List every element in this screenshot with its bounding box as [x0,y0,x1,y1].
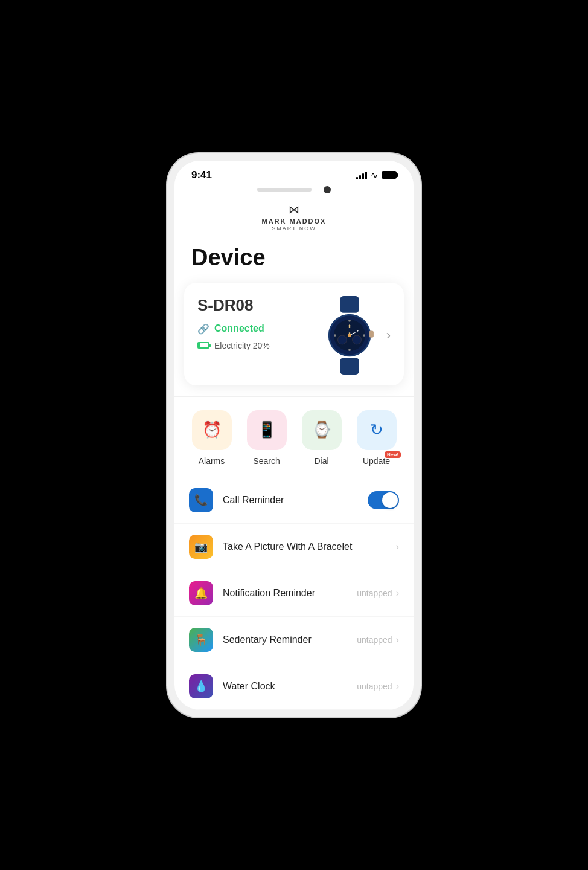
take-picture-arrow: › [396,541,399,552]
phone-frame: 9:41 ∿ ⋈ MARK MADDOX SMART NOW Device [167,153,421,717]
update-icon-box: ↻ [357,410,397,450]
svg-point-8 [334,334,336,337]
device-image-area[interactable]: › [316,296,391,375]
call-reminder-icon: 📞 [194,494,208,507]
dial-icon: ⌚ [312,420,331,439]
status-bar: 9:41 ∿ [174,161,414,185]
svg-point-9 [363,334,365,337]
menu-item-take-picture[interactable]: 📷 Take A Picture With A Bracelet › [174,524,414,570]
water-clock-icon: 💧 [194,680,208,693]
sedentary-label: Sedentary Reminder [223,634,357,645]
svg-point-6 [348,320,351,322]
watch-image [316,296,383,375]
notch [174,185,414,196]
notification-icon: 🔔 [194,587,208,600]
water-clock-icon-box: 💧 [189,674,213,698]
action-dial[interactable]: ⌚ Dial [302,410,342,466]
electricity-text: Electricity 20% [214,341,270,350]
quick-actions: ⏰ Alarms 📱 Search ⌚ Dial ↻ [174,396,414,477]
alarms-icon-box: ⏰ [192,410,232,450]
connection-status: Connected [214,323,264,334]
action-update[interactable]: ↻ UpdateNew! [357,410,397,466]
svg-rect-15 [342,327,357,332]
search-label: Search [253,456,280,466]
take-picture-icon-box: 📷 [189,535,213,559]
front-camera [324,186,331,193]
sedentary-icon: 🪑 [194,633,208,646]
water-clock-label: Water Clock [223,681,357,692]
alarms-label: Alarms [199,456,225,466]
device-card[interactable]: S-DR08 🔗 Connected Electricity 20% [184,283,404,385]
menu-item-sedentary-reminder[interactable]: 🪑 Sedentary Reminder untapped › [174,617,414,663]
notification-arrow: › [396,588,399,599]
brand-tagline: SMART NOW [174,225,414,231]
svg-point-7 [348,349,351,351]
call-reminder-icon-box: 📞 [189,488,213,512]
phone-screen: 9:41 ∿ ⋈ MARK MADDOX SMART NOW Device [174,161,414,710]
menu-list: 📞 Call Reminder 📷 Take A Picture With A … [174,477,414,710]
menu-item-call-reminder[interactable]: 📞 Call Reminder [174,477,414,524]
wifi-icon: ∿ [371,170,378,180]
battery-icon [382,171,397,179]
call-reminder-toggle[interactable] [368,491,399,509]
notch-pill [257,188,312,192]
update-label: UpdateNew! [363,456,390,466]
brand-header: ⋈ MARK MADDOX SMART NOW [174,196,414,235]
svg-point-10 [337,335,347,344]
menu-item-water-clock[interactable]: 💧 Water Clock untapped › [174,663,414,710]
battery-small-icon [197,342,209,349]
link-icon: 🔗 [197,323,209,335]
device-chevron: › [386,327,391,343]
svg-point-14 [348,334,351,337]
status-icons: ∿ [356,170,397,180]
brand-symbol: ⋈ [174,203,414,216]
status-time: 9:41 [191,169,212,181]
sedentary-value: untapped [357,635,392,645]
sedentary-icon-box: 🪑 [189,628,213,652]
sedentary-arrow: › [396,634,399,645]
svg-rect-1 [340,358,359,375]
brand-name: MARK MADDOX [174,218,414,225]
update-icon: ↻ [370,420,383,439]
water-clock-arrow: › [396,681,399,692]
new-badge: New! [385,451,401,458]
device-info: S-DR08 🔗 Connected Electricity 20% [197,296,316,350]
alarms-icon: ⏰ [202,420,222,439]
signal-icon [356,171,367,179]
action-search[interactable]: 📱 Search [247,410,287,466]
dial-icon-box: ⌚ [302,410,342,450]
call-reminder-label: Call Reminder [223,495,368,506]
device-name: S-DR08 [197,296,316,315]
dial-label: Dial [314,456,328,466]
search-icon: 📱 [257,420,276,439]
search-icon-box: 📱 [247,410,287,450]
svg-point-11 [352,335,361,344]
notification-icon-box: 🔔 [189,581,213,605]
water-clock-value: untapped [357,682,392,691]
toggle-knob [382,492,398,508]
svg-rect-4 [369,330,373,337]
notification-label: Notification Reminder [223,588,357,599]
battery-status: Electricity 20% [197,341,316,350]
take-picture-icon: 📷 [194,540,208,553]
action-alarms[interactable]: ⏰ Alarms [192,410,232,466]
device-status: 🔗 Connected [197,323,316,335]
page-title: Device [174,235,414,283]
menu-item-notification-reminder[interactable]: 🔔 Notification Reminder untapped › [174,570,414,617]
take-picture-label: Take A Picture With A Bracelet [223,541,396,552]
svg-rect-0 [340,296,359,313]
notification-value: untapped [357,588,392,598]
